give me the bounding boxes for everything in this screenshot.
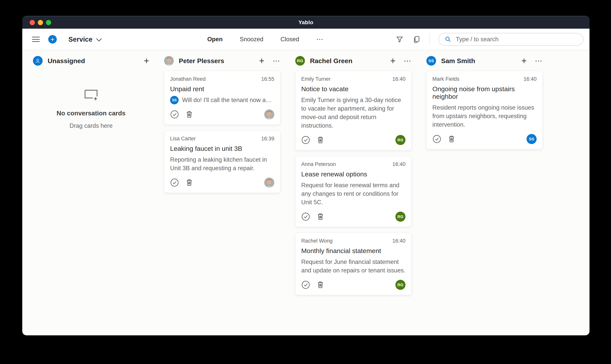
column-more-icon[interactable]: ⋯ (404, 59, 412, 63)
search-box (438, 33, 583, 46)
chevron-down-icon (96, 36, 102, 41)
column-header: RG Rachel Green + ⋯ (295, 55, 412, 67)
trash-icon[interactable] (185, 178, 194, 187)
card-title: Leaking faucet in unit 3B (170, 145, 274, 152)
workspace-selector[interactable]: Service (68, 35, 100, 43)
column-header: SS Sam Smith + ⋯ (426, 55, 543, 67)
column-title: Sam Smith (441, 57, 475, 65)
conversation-card[interactable]: Mark Fields 16:40 Ongoing noise from ups… (426, 71, 543, 149)
board: Unassigned + ⋯ No conversation cards Dra… (22, 50, 589, 335)
card-preview: Request for lease renewal terms and any … (301, 181, 405, 207)
toolbar-divider (429, 33, 430, 45)
minimize-button[interactable] (38, 20, 43, 25)
conversation-card[interactable]: Emily Turner 16:40 Notice to vacate Emil… (295, 71, 412, 150)
card-time: 16:55 (261, 76, 274, 82)
column-cards: Emily Turner 16:40 Notice to vacate Emil… (295, 71, 412, 295)
board-column: SS Sam Smith + ⋯ Mark Fields 16:40 Ongoi… (426, 55, 543, 335)
card-footer: SS (432, 134, 537, 144)
window-title: Yablo (298, 19, 313, 26)
column-actions: + ⋯ (521, 57, 543, 65)
search-input[interactable] (456, 36, 577, 43)
column-more-icon[interactable]: ⋯ (273, 59, 280, 63)
column-header: Unassigned + ⋯ (33, 55, 149, 67)
traffic-lights (30, 16, 51, 29)
card-time: 16:40 (392, 238, 405, 244)
app-window: Yablo + Service Open Snoozed Closed ⋯ (22, 16, 589, 335)
card-title: Notice to vacate (301, 85, 405, 93)
board-column: RG Rachel Green + ⋯ Emily Turner 16:40 N… (295, 55, 412, 335)
card-preview: Resident reports ongoing noise issues fr… (432, 104, 537, 129)
tab-closed[interactable]: Closed (280, 36, 299, 43)
add-card-icon[interactable]: + (144, 57, 149, 65)
card-contact: Anna Peterson (301, 161, 336, 167)
conversation-card[interactable]: Rachel Wong 16:40 Monthly financial stat… (295, 233, 412, 295)
assignee-avatar: RG (395, 280, 405, 290)
close-conversation-icon[interactable] (170, 110, 179, 119)
column-header: Peter Plessers + ⋯ (164, 55, 280, 67)
toolbar-right (395, 33, 583, 46)
card-footer: RG (301, 135, 405, 145)
assignee-avatar: RG (395, 212, 405, 222)
trash-icon[interactable] (316, 212, 325, 221)
card-title: Unpaid rent (170, 85, 274, 93)
card-top: Emily Turner 16:40 (301, 76, 405, 82)
cards-icon[interactable] (412, 35, 421, 44)
column-title: Peter Plessers (179, 57, 224, 65)
column-title: Rachel Green (310, 57, 352, 65)
card-title: Monthly financial statement (301, 247, 405, 255)
add-card-icon[interactable]: + (259, 57, 265, 65)
card-footer: RG (301, 212, 405, 222)
add-card-icon[interactable]: + (521, 57, 527, 65)
assignee-avatar: RG (395, 135, 405, 145)
filter-icon[interactable] (395, 35, 404, 44)
assignee-avatar (264, 109, 274, 119)
close-button[interactable] (30, 20, 35, 25)
card-preview-inline: Will do! I'll call the tenant now and le… (182, 96, 274, 104)
card-top: Anna Peterson 16:40 (301, 161, 405, 167)
add-card-icon[interactable]: + (390, 57, 396, 65)
card-contact: Jonathan Reed (170, 76, 206, 82)
card-preview: Request for June financial statement and… (301, 258, 405, 275)
close-conversation-icon[interactable] (170, 178, 179, 187)
assignee-avatar: SS (527, 134, 537, 144)
trash-icon[interactable] (447, 135, 456, 143)
close-conversation-icon[interactable] (301, 136, 310, 144)
reply-author-badge: SS (170, 96, 179, 104)
empty-title: No conversation cards (33, 110, 149, 117)
close-conversation-icon[interactable] (432, 135, 441, 143)
conversation-card[interactable]: Jonathan Reed 16:55 Unpaid rent SS Will … (164, 71, 280, 125)
conversation-card[interactable]: Lisa Carter 16:39 Leaking faucet in unit… (164, 130, 280, 193)
card-top: Jonathan Reed 16:55 (170, 76, 274, 82)
trash-icon[interactable] (316, 280, 325, 289)
card-contact: Emily Turner (301, 76, 331, 82)
column-actions: + ⋯ (259, 57, 280, 65)
card-preview-row: SS Will do! I'll call the tenant now and… (170, 96, 274, 104)
column-avatar: SS (426, 56, 436, 66)
card-preview: Reporting a leaking kitchen faucet in Un… (170, 156, 274, 172)
empty-subtitle: Drag cards here (33, 122, 149, 129)
column-more-icon[interactable]: ⋯ (535, 59, 543, 63)
status-tabs: Open Snoozed Closed ⋯ (207, 36, 323, 43)
conversation-card[interactable]: Anna Peterson 16:40 Lease renewal option… (295, 156, 412, 227)
column-avatar (164, 56, 174, 66)
tab-open[interactable]: Open (207, 36, 223, 43)
tab-snoozed[interactable]: Snoozed (240, 36, 263, 43)
close-conversation-icon[interactable] (301, 280, 310, 289)
empty-state: No conversation cards Drag cards here (33, 71, 149, 129)
new-conversation-button[interactable]: + (48, 35, 57, 44)
close-conversation-icon[interactable] (301, 212, 310, 221)
card-contact: Lisa Carter (170, 136, 196, 142)
trash-icon[interactable] (185, 110, 194, 119)
card-top: Lisa Carter 16:39 (170, 136, 274, 142)
column-avatar (33, 56, 43, 66)
menu-icon[interactable] (32, 36, 40, 42)
empty-card-icon (83, 89, 99, 101)
assignee-avatar (264, 178, 274, 188)
column-actions: + ⋯ (144, 57, 149, 65)
workspace-label: Service (68, 35, 93, 43)
zoom-button[interactable] (46, 20, 51, 25)
column-actions: + ⋯ (390, 57, 412, 65)
card-footer: RG (301, 280, 405, 290)
trash-icon[interactable] (316, 136, 325, 144)
card-top: Mark Fields 16:40 (432, 76, 537, 82)
